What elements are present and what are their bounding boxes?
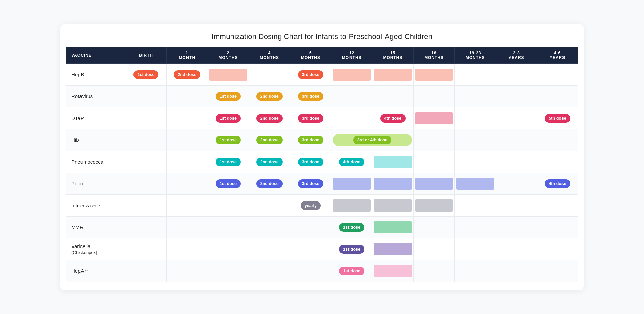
var-15mo (372, 238, 414, 260)
table-header: VACCINE BIRTH 1MONTH 2MONTHS 4MONTHS 6MO… (66, 47, 578, 63)
pneumo-15mo (372, 151, 414, 173)
hib-4mo: 2nd dose (249, 129, 290, 151)
hib-4-6yr (537, 129, 578, 151)
polio-18mo (414, 173, 455, 194)
hib-18mo (414, 129, 455, 151)
dtap-1mo (166, 107, 208, 129)
dtap-dose4: 4th dose (380, 114, 406, 123)
rota-1mo (166, 85, 208, 107)
rota-15mo (372, 85, 414, 107)
dtap-dose1: 1st dose (216, 114, 241, 123)
flu-yearly: yearly (301, 201, 321, 210)
hepb-2mo (208, 63, 249, 85)
polio-12mo (331, 173, 372, 194)
polio-dose2: 2nd dose (256, 179, 283, 188)
hepa-1mo (166, 260, 208, 282)
hepb-15mo (372, 63, 414, 85)
polio-4mo: 2nd dose (249, 173, 290, 194)
dtap-12mo (331, 107, 372, 129)
polio-19-23mo (454, 173, 496, 194)
pneumo-dose2: 2nd dose (256, 158, 283, 166)
hepa-2mo (208, 260, 249, 282)
flu-6mo: yearly (290, 194, 331, 216)
pneumo-6mo: 3rd dose (290, 151, 331, 173)
row-influenza: Infuenza (flu)* yearly (66, 194, 578, 216)
flu-birth (125, 194, 167, 216)
col-2mo: 2MONTHS (208, 47, 249, 63)
dtap-4mo: 2nd dose (249, 107, 290, 129)
col-12mo: 12MONTHS (331, 47, 372, 63)
hepb-birth: 1st dose (125, 63, 167, 85)
col-15mo: 15MONTHS (372, 47, 414, 63)
hepb-12mo (331, 63, 372, 85)
hepa-2-3yr (496, 260, 537, 282)
flu-15mo (372, 194, 414, 216)
mmr-12mo: 1st dose (331, 216, 372, 238)
pneumo-4mo: 2nd dose (249, 151, 290, 173)
mmr-19-23mo (454, 216, 496, 238)
pneumo-dose3: 3rd dose (298, 158, 323, 166)
rota-6mo: 3rd dose (290, 85, 331, 107)
vaccine-name-polio: Polio (66, 173, 125, 194)
var-dose1: 1st dose (339, 245, 364, 254)
hepa-18mo (414, 260, 455, 282)
hepa-19-23mo (454, 260, 496, 282)
immunization-table: VACCINE BIRTH 1MONTH 2MONTHS 4MONTHS 6MO… (66, 47, 578, 282)
vaccine-name-hepa: HepA** (66, 260, 125, 282)
pneumo-12mo: 4th dose (331, 151, 372, 173)
rota-18mo (414, 85, 455, 107)
hib-2mo: 1st dose (208, 129, 249, 151)
col-19-23mo: 19-23MONTHS (454, 47, 496, 63)
col-4mo: 4MONTHS (249, 47, 290, 63)
hib-12-15mo: 3rd or 4th dose (331, 129, 413, 151)
hepb-2-3yr (496, 63, 537, 85)
pneumo-birth (125, 151, 167, 173)
row-varicella: Varicella(Chickenpox) 1st dose (66, 238, 578, 260)
rota-4-6yr (537, 85, 578, 107)
mmr-4mo (249, 216, 290, 238)
hib-dose3: 3rd dose (298, 136, 323, 144)
hepb-4mo (249, 63, 290, 85)
pneumo-2mo: 1st dose (208, 151, 249, 173)
row-mmr: MMR 1st dose (66, 216, 578, 238)
pneumo-1mo (166, 151, 208, 173)
hepb-4-6yr (537, 63, 578, 85)
hepb-1mo: 2nd dose (166, 63, 208, 85)
row-dtap: DTaP 1st dose 2nd dose 3rd dose (66, 107, 578, 129)
chart-title: Immunization Dosing Chart for Infants to… (66, 32, 578, 41)
polio-birth (125, 173, 167, 194)
col-2-3yr: 2-3YEARS (496, 47, 537, 63)
polio-dose3: 3rd dose (298, 179, 323, 188)
hepa-12mo: 1st dose (331, 260, 372, 282)
row-polio: Polio 1st dose 2nd dose 3rd dose (66, 173, 578, 194)
col-1mo: 1MONTH (166, 47, 208, 63)
hepb-dose2: 2nd dose (174, 70, 200, 79)
dtap-18mo (414, 107, 455, 129)
col-4-6yr: 4-6YEARS (537, 47, 578, 63)
polio-6mo: 3rd dose (290, 173, 331, 194)
hepa-4mo (249, 260, 290, 282)
var-4mo (249, 238, 290, 260)
mmr-birth (125, 216, 167, 238)
polio-4-6yr: 4th dose (537, 173, 578, 194)
hepa-birth (125, 260, 167, 282)
flu-2mo (208, 194, 249, 216)
pneumo-19-23mo (454, 151, 496, 173)
rota-4mo: 2nd dose (249, 85, 290, 107)
mmr-2mo (208, 216, 249, 238)
hib-dose34: 3rd or 4th dose (353, 136, 391, 144)
rota-2-3yr (496, 85, 537, 107)
pneumo-4-6yr (537, 151, 578, 173)
dtap-birth (125, 107, 167, 129)
hepa-dose1: 1st dose (339, 267, 364, 275)
rota-dose2: 2nd dose (256, 92, 283, 101)
polio-2-3yr (496, 173, 537, 194)
col-vaccine: VACCINE (66, 47, 125, 63)
dtap-2-3yr (496, 107, 537, 129)
dtap-15mo: 4th dose (372, 107, 414, 129)
pneumo-18mo (414, 151, 455, 173)
mmr-dose1: 1st dose (339, 223, 364, 232)
var-2mo (208, 238, 249, 260)
polio-dose1: 1st dose (216, 179, 241, 188)
vaccine-name-pneumo: Pneumococcal (66, 151, 125, 173)
